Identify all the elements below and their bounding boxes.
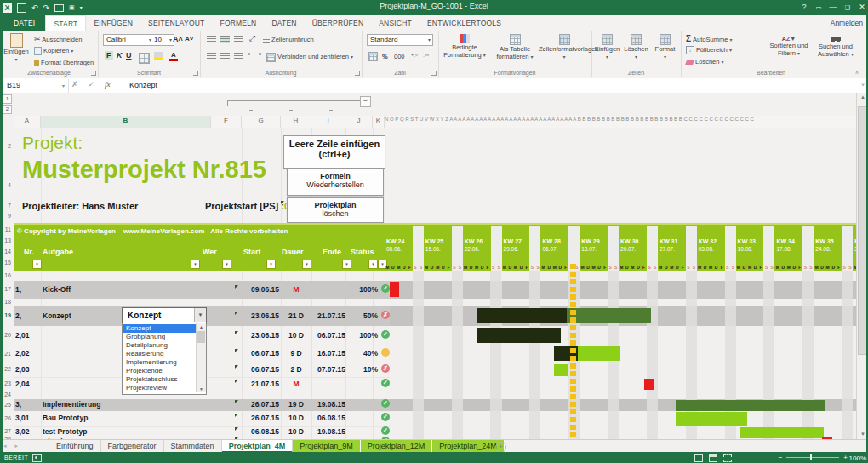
close-button[interactable]: ✕ — [858, 1, 866, 14]
row-header-21[interactable]: 21 — [4, 351, 11, 357]
restore-button[interactable]: ❑ — [843, 1, 852, 14]
row-header-19[interactable]: 19 — [4, 312, 11, 318]
row-header-15[interactable]: 15 — [4, 260, 11, 266]
cell-dauer[interactable]: M — [281, 285, 311, 294]
cancel-entry-icon[interactable]: ✗ — [71, 80, 78, 89]
row-header-24[interactable]: 24 — [4, 392, 11, 397]
dropdown-scroll-thumb[interactable] — [197, 331, 205, 343]
copy-button[interactable]: Kopieren ▾ — [34, 47, 73, 55]
align-top-icon[interactable] — [207, 36, 216, 43]
cell-auf[interactable]: Implementierung — [43, 400, 204, 409]
cell-nr[interactable]: 2,03 — [15, 365, 39, 374]
row-header-20[interactable]: 20 — [4, 332, 11, 338]
align-center-icon[interactable] — [220, 53, 230, 60]
ribbon-tab-formeln[interactable]: FORMELN — [213, 15, 265, 31]
cell-ende[interactable]: 19.08.15 — [311, 427, 345, 436]
ribbon-tab-daten[interactable]: DATEN — [264, 15, 304, 31]
sheet-tab-projektplan_9m[interactable]: Projektplan_9M — [293, 440, 361, 453]
column-header-F[interactable]: F — [211, 116, 242, 128]
row-header-23[interactable]: 23 — [4, 380, 11, 386]
cell-dauer[interactable]: 10 D — [281, 414, 311, 422]
action-button-formeln[interactable]: FormelnWiederherstellen — [287, 169, 384, 196]
row-header-27[interactable]: 27 — [4, 428, 11, 434]
currency-format-icon[interactable] — [368, 52, 378, 61]
cell-auf[interactable]: Abnahme Prototyp — [43, 437, 204, 439]
ribbon-tab-ansicht[interactable]: ANSICHT — [371, 15, 420, 31]
filter-dropdown-icon[interactable]: ▾ — [222, 260, 231, 269]
insert-function-icon[interactable]: fx — [105, 80, 111, 89]
column-header-K[interactable]: K — [373, 116, 385, 128]
cell-nr[interactable]: 2,04 — [15, 380, 39, 388]
confirm-entry-icon[interactable]: ✓ — [89, 80, 95, 89]
minimize-button[interactable]: — — [829, 1, 837, 14]
row-header-7[interactable]: 7 — [8, 203, 11, 209]
borders-icon[interactable] — [139, 52, 150, 67]
cell-auf[interactable]: Kick-Off — [43, 285, 204, 294]
narrow-column-letters[interactable]: N O P Q R S T U V W X Y Z A A A A A A A … — [385, 117, 856, 128]
page-break-view-icon[interactable] — [723, 454, 732, 462]
zoom-slider[interactable] — [786, 457, 839, 458]
merge-center-button[interactable]: Verbinden und zentrieren ▾ — [266, 53, 353, 62]
sign-in-label[interactable]: Anmelden — [831, 19, 863, 27]
collapse-ribbon-icon[interactable]: ˄ — [855, 70, 859, 76]
decrease-decimal-icon[interactable]: ·⁰⁰ — [423, 53, 429, 59]
cut-button[interactable]: ✂ Ausschneiden — [34, 35, 82, 43]
cell-ende[interactable]: 06.08.15 — [311, 414, 345, 422]
cell-dauer[interactable]: 19 D — [281, 400, 311, 409]
paste-button[interactable]: Einfügen▾ — [3, 33, 29, 63]
align-bottom-icon[interactable] — [234, 36, 243, 43]
cell-styles-button[interactable]: Zellenformatvorlagen ▾ — [539, 34, 590, 60]
cell-ende[interactable]: 21.07.15 — [311, 312, 345, 320]
zoom-out-icon[interactable]: − — [779, 454, 783, 461]
dropdown-item-detailplanung[interactable]: Detailplanung — [123, 341, 197, 350]
task-dropdown-combobox[interactable]: Konzept ▼ — [122, 307, 207, 324]
sheet-nav-arrows[interactable]: ◂ ▸ — [3, 443, 21, 449]
cell-dauer[interactable]: 10 D — [281, 427, 311, 436]
ribbon-tab-einfügen[interactable]: EINFÜGEN — [86, 15, 140, 31]
font-size-combo[interactable]: 10▾ — [151, 34, 174, 46]
sort-filter-button[interactable]: AZ▼ Sortieren und Filtern ▾ — [766, 34, 812, 57]
row-header-26[interactable]: 26 — [4, 415, 11, 421]
cell-start[interactable]: 20.08.15 — [242, 437, 279, 439]
cell-start[interactable]: 06.08.15 — [242, 427, 279, 436]
filter-dropdown-icon[interactable]: ▾ — [266, 260, 276, 269]
cell-pct[interactable]: 10% — [344, 365, 378, 374]
name-box[interactable]: B19▾ — [2, 79, 69, 93]
dialog-launcher-icon[interactable] — [193, 71, 198, 76]
cell-nr[interactable]: 3, — [15, 400, 39, 409]
column-header-G[interactable]: G — [242, 116, 281, 128]
cell-start[interactable]: 23.06.15 — [242, 331, 279, 340]
comma-format-button[interactable]: 000 — [394, 53, 405, 60]
cell-start[interactable]: 09.06.15 — [242, 285, 279, 294]
filter-dropdown-icon[interactable]: ▾ — [302, 260, 311, 269]
cell-start[interactable]: 06.07.15 — [242, 365, 279, 374]
outline-level-2-button[interactable]: 2 — [3, 105, 12, 114]
shrink-font-icon[interactable]: A˅ — [185, 35, 193, 43]
column-header-H[interactable]: H — [281, 116, 311, 128]
column-header-A[interactable]: A — [14, 116, 41, 128]
cell-start[interactable]: 26.07.15 — [242, 400, 279, 409]
cell-ende[interactable]: 19.08.15 — [311, 400, 345, 409]
font-family-combo[interactable]: Calibri▾ — [103, 34, 154, 46]
page-layout-view-icon[interactable] — [709, 454, 717, 462]
task-row-28[interactable]: 3,03Abnahme Prototyp20.08.15M✓ — [14, 437, 390, 439]
macro-record-icon[interactable] — [32, 454, 42, 462]
find-select-button[interactable]: Suchen und Auswählen ▾ — [813, 34, 859, 58]
cell-ende[interactable]: 06.07.15 — [311, 331, 345, 340]
row-header-18[interactable]: 18 — [4, 299, 11, 305]
normal-view-icon[interactable] — [694, 454, 703, 462]
row-header-16[interactable]: 16 — [4, 272, 11, 278]
conditional-formatting-button[interactable]: Bedingte Formatierung ▾ — [440, 34, 489, 59]
ribbon-tab-seitenlayout[interactable]: SEITENLAYOUT — [140, 15, 212, 31]
row-header-17[interactable]: 17 — [4, 286, 11, 292]
cell-nr[interactable]: 2,01 — [15, 331, 39, 340]
row-header-11[interactable]: 11 — [5, 226, 11, 232]
sheet-tab-farbgenerator[interactable]: Farbgenerator — [101, 440, 164, 453]
filter-dropdown-icon[interactable]: ▾ — [342, 260, 351, 269]
cell-auf[interactable]: test Prototyp — [43, 427, 204, 436]
percent-format-button[interactable]: % — [382, 53, 388, 60]
cell-pct[interactable]: 50% — [344, 312, 378, 320]
sheet-tab-einführung[interactable]: Einführung — [49, 440, 101, 453]
row-header-4[interactable]: 4 — [8, 182, 11, 188]
bold-button[interactable]: F — [105, 51, 113, 60]
